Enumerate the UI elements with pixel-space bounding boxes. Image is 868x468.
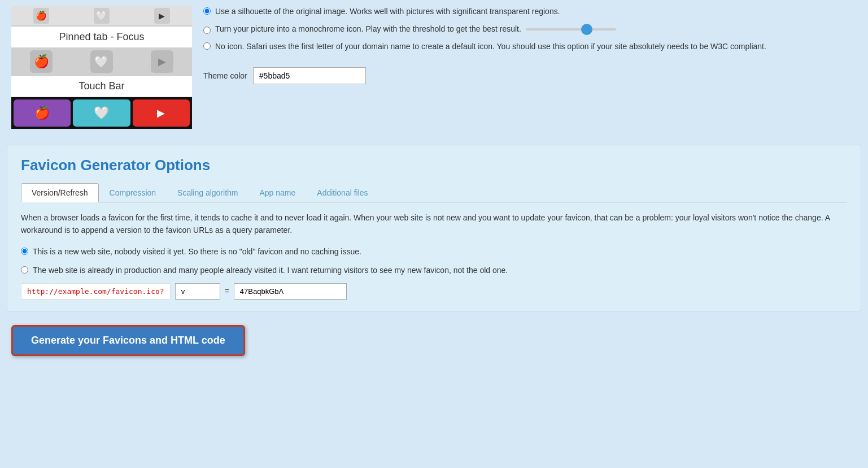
url-display: http://example.com/favicon.ico?: [21, 283, 171, 300]
tb-heart-btn: 🤍: [73, 99, 130, 127]
play-icon-sm: ▶: [154, 8, 170, 24]
theme-color-label: Theme color: [203, 71, 247, 80]
radio-noicon-label: No icon. Safari uses the first letter of…: [215, 41, 766, 53]
generate-button[interactable]: Generate your Favicons and HTML code: [11, 325, 245, 356]
radio-monochrome[interactable]: [203, 27, 211, 34]
pinned-tab-label: Pinned tab - Focus: [11, 26, 192, 48]
version-input-row: http://example.com/favicon.ico? =: [21, 283, 847, 300]
tb-youtube-btn: ▶: [133, 99, 190, 127]
tabs-row: Version/Refresh Compression Scaling algo…: [21, 183, 847, 202]
preview-panel: 🍎 🤍 ▶ Pinned tab - Focus 🍎 🤍: [11, 6, 192, 129]
radio-monochrome-row: Turn your picture into a monochrome icon…: [203, 23, 857, 35]
options-panel: Use a silhouette of the original image. …: [203, 6, 857, 129]
radio-new-site-row: This is a new web site, nobody visited i…: [21, 246, 847, 258]
bottom-bar: Generate your Favicons and HTML code: [0, 316, 868, 365]
play-icon-lg: ▶: [151, 50, 173, 73]
pinned-tab-top-row: 🍎 🤍 ▶: [11, 6, 192, 26]
radio-silhouette[interactable]: [203, 7, 211, 15]
radio-new-site[interactable]: [21, 248, 28, 255]
threshold-slider[interactable]: [526, 28, 616, 31]
radio-new-site-label: This is a new web site, nobody visited i…: [33, 246, 361, 258]
tab-version-refresh[interactable]: Version/Refresh: [21, 183, 99, 202]
top-section: 🍎 🤍 ▶ Pinned tab - Focus 🍎 🤍: [0, 0, 868, 140]
threshold-slider-container: [526, 28, 616, 31]
favicon-generator-section: Favicon Generator Options Version/Refres…: [7, 145, 861, 311]
favicon-generator-title: Favicon Generator Options: [21, 157, 847, 174]
icon-radio-group: Use a silhouette of the original image. …: [203, 6, 857, 62]
apple-icon-sm: 🍎: [33, 8, 49, 24]
radio-silhouette-row: Use a silhouette of the original image. …: [203, 6, 857, 18]
apple-icon-lg: 🍎: [30, 50, 53, 73]
theme-color-row: Theme color: [203, 67, 857, 84]
version-param-input[interactable]: [175, 283, 220, 300]
radio-production-site-row: The web site is already in production an…: [21, 265, 847, 276]
tab-app-name[interactable]: App name: [248, 183, 306, 202]
version-value-input[interactable]: [234, 283, 347, 300]
version-description: When a browser loads a favicon for the f…: [21, 211, 847, 237]
equals-sign: =: [225, 287, 229, 296]
page-wrapper: 🍎 🤍 ▶ Pinned tab - Focus 🍎 🤍: [0, 0, 868, 468]
radio-production-site-label: The web site is already in production an…: [33, 265, 508, 276]
radio-monochrome-label: Turn your picture into a monochrome icon…: [215, 23, 521, 35]
theme-color-input[interactable]: [253, 67, 366, 84]
radio-noicon[interactable]: [203, 42, 211, 50]
heart-icon-sm: 🤍: [94, 8, 110, 24]
radio-production-site[interactable]: [21, 266, 28, 274]
radio-silhouette-label: Use a silhouette of the original image. …: [215, 6, 560, 18]
tab-compression[interactable]: Compression: [99, 183, 167, 202]
tb-apple-btn: 🍎: [14, 99, 71, 127]
touch-bar-label: Touch Bar: [11, 75, 192, 97]
tab-scaling-algorithm[interactable]: Scaling algorithm: [167, 183, 248, 202]
touch-bar-row: 🍎 🤍 ▶: [11, 97, 192, 129]
heart-icon-lg: 🤍: [90, 50, 113, 73]
tab-additional-files[interactable]: Additional files: [306, 183, 378, 202]
pinned-tab-bottom-row: 🍎 🤍 ▶: [11, 48, 192, 75]
radio-noicon-row: No icon. Safari uses the first letter of…: [203, 41, 857, 53]
